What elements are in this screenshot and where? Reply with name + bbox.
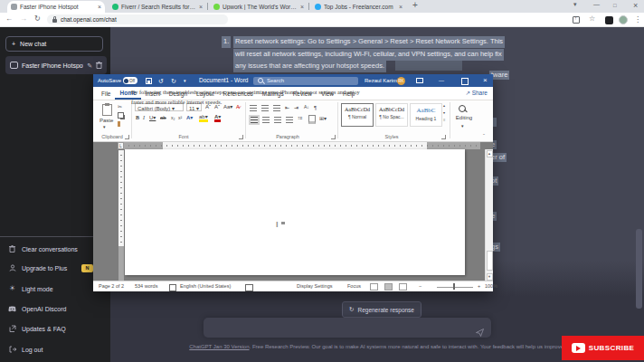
paste-chevron-icon[interactable]: ▾ xyxy=(103,125,106,129)
zoom-out-icon[interactable]: − xyxy=(419,284,421,290)
web-layout-icon[interactable] xyxy=(399,283,407,291)
align-center-button[interactable] xyxy=(262,117,270,123)
paste-button[interactable] xyxy=(102,104,112,116)
print-layout-icon[interactable] xyxy=(384,283,393,291)
superscript-button[interactable]: x² xyxy=(178,116,182,120)
word-scrollbar[interactable]: ▲ ▼ xyxy=(485,149,493,281)
collapse-ribbon-icon[interactable]: ˆ xyxy=(483,133,485,138)
read-mode-icon[interactable] xyxy=(370,283,378,291)
sidebar-item-openai-discord[interactable]: OpenAI Discord xyxy=(4,300,107,317)
highlight-button[interactable]: ab▾ xyxy=(199,114,208,122)
align-left-button[interactable] xyxy=(251,117,258,123)
user-avatar[interactable]: RK xyxy=(397,77,405,85)
tab-freelancer[interactable]: Top Jobs - Freelancer.com × xyxy=(311,1,406,13)
styles-scroll-up-icon[interactable]: ▴ xyxy=(443,104,445,108)
window-minimize-button[interactable]: — xyxy=(593,1,600,7)
copy-icon[interactable] xyxy=(118,112,124,119)
zoom-level[interactable]: 100% xyxy=(485,284,497,290)
display-settings-button[interactable]: Display Settings xyxy=(297,284,332,290)
underline-button[interactable]: U▾ xyxy=(149,115,156,120)
tab-upwork[interactable]: Upwork | The World's Work Mar × xyxy=(210,1,308,13)
style-heading1[interactable]: AaBbC Heading 1 xyxy=(410,103,442,127)
word-close-button[interactable]: × xyxy=(483,77,488,84)
autosave-toggle[interactable]: Off xyxy=(123,77,137,84)
zoom-in-icon[interactable]: + xyxy=(478,284,480,290)
borders-icon[interactable]: ⊞▾ xyxy=(319,116,327,121)
word-search-box[interactable]: Search xyxy=(253,77,358,85)
word-count[interactable]: 534 words xyxy=(135,284,157,290)
macro-icon[interactable] xyxy=(245,284,253,291)
send-icon[interactable] xyxy=(476,324,484,340)
scroll-up-icon[interactable]: ▲ xyxy=(487,150,493,157)
tab-close-icon[interactable]: × xyxy=(98,4,101,10)
chat-history-item[interactable]: Faster iPhone Hotspot. ✎ xyxy=(5,56,107,74)
back-icon[interactable]: ← xyxy=(5,15,13,23)
zoom-slider-track[interactable] xyxy=(437,287,473,288)
document-page[interactable] xyxy=(125,149,465,275)
zoom-slider-thumb[interactable] xyxy=(453,283,455,290)
edit-pencil-icon[interactable]: ✎ xyxy=(87,62,92,69)
window-maximize-button[interactable]: □ xyxy=(613,3,617,8)
tab-close-icon[interactable]: × xyxy=(399,4,402,10)
find-icon[interactable] xyxy=(459,105,466,112)
side-panel-icon[interactable] xyxy=(605,16,613,24)
horizontal-ruler[interactable] xyxy=(124,142,480,149)
font-dialog-launcher-icon[interactable] xyxy=(239,135,243,139)
editing-chevron-icon[interactable]: ▾ xyxy=(461,124,464,129)
word-maximize-button[interactable] xyxy=(461,78,469,85)
share-button[interactable]: ↗ Share xyxy=(465,90,488,97)
clipboard-dialog-launcher-icon[interactable] xyxy=(125,135,129,139)
save-icon[interactable] xyxy=(146,78,152,84)
font-color-button[interactable]: A▾ xyxy=(214,114,221,122)
paragraph-dialog-launcher-icon[interactable] xyxy=(331,135,336,139)
profile-avatar[interactable] xyxy=(619,15,628,24)
styles-gallery-more-icon[interactable]: ≡ xyxy=(443,119,445,122)
bookmark-star-icon[interactable]: ☆ xyxy=(589,15,595,23)
focus-button[interactable]: Focus xyxy=(347,284,361,290)
proofing-icon[interactable] xyxy=(169,284,176,291)
tab-selector[interactable]: L xyxy=(118,142,124,149)
scroll-down-icon[interactable]: ▼ xyxy=(487,273,493,281)
qat-chevron-icon[interactable]: ▾ xyxy=(184,79,186,83)
language-indicator[interactable]: English (United States) xyxy=(180,284,231,290)
redo-icon[interactable]: ↻ xyxy=(171,78,176,84)
format-painter-icon[interactable] xyxy=(118,121,120,127)
justify-button[interactable] xyxy=(286,117,293,123)
reload-icon[interactable]: ↻ xyxy=(34,15,41,23)
italic-button[interactable]: I xyxy=(143,115,145,120)
bold-button[interactable]: B xyxy=(136,115,139,120)
word-minimize-button[interactable]: — xyxy=(439,78,444,83)
forward-icon[interactable]: → xyxy=(20,15,27,23)
align-right-button[interactable] xyxy=(274,117,281,123)
ribbon-tab-file[interactable]: File xyxy=(97,87,115,100)
styles-dialog-launcher-icon[interactable] xyxy=(441,135,446,139)
scrollbar-thumb[interactable] xyxy=(487,251,493,271)
address-bar[interactable]: chat.openai.com/chat xyxy=(47,14,228,24)
undo-icon[interactable]: ↺ xyxy=(158,78,164,84)
tab-fiverr[interactable]: Fiverr / Search Results for 'blog × xyxy=(109,1,206,13)
delete-trash-icon[interactable] xyxy=(96,62,102,70)
version-link[interactable]: ChatGPT Jan 30 Version xyxy=(189,344,249,349)
window-close-button[interactable]: × xyxy=(633,1,638,10)
new-chat-button[interactable]: + New chat xyxy=(5,36,103,52)
sidebar-item-updates-faq[interactable]: Updates & FAQ xyxy=(4,320,107,337)
line-spacing-icon[interactable]: ↕≡ xyxy=(298,116,302,120)
share-icon[interactable] xyxy=(573,16,580,24)
cut-icon[interactable]: ✂ xyxy=(118,104,122,110)
sidebar-item-light-mode[interactable]: ☀ Light mode xyxy=(4,281,107,297)
tab-close-icon[interactable]: × xyxy=(199,4,203,10)
sidebar-item-log-out[interactable]: Log out xyxy=(4,341,107,357)
strikethrough-button[interactable]: ab xyxy=(160,115,166,120)
tab-close-icon[interactable]: × xyxy=(300,4,304,10)
subscript-button[interactable]: x₂ xyxy=(171,116,175,120)
page-scrollbar-thumb[interactable] xyxy=(636,229,642,309)
page-indicator[interactable]: Page 2 of 2 xyxy=(99,284,124,290)
new-tab-button[interactable]: + xyxy=(412,0,418,10)
vertical-ruler[interactable] xyxy=(118,150,124,281)
sidebar-item-clear-conversations[interactable]: Clear conversations xyxy=(4,241,107,257)
subscribe-button[interactable]: SUBSCRIBE xyxy=(562,336,644,360)
regenerate-response-button[interactable]: ↻ Regenerate response xyxy=(342,301,421,318)
tab-search-chevron-icon[interactable]: ▾ xyxy=(573,1,577,8)
styles-scroll-down-icon[interactable]: ▾ xyxy=(443,111,445,115)
document-text[interactable]: By following these troubleshooting steps… xyxy=(131,88,412,107)
